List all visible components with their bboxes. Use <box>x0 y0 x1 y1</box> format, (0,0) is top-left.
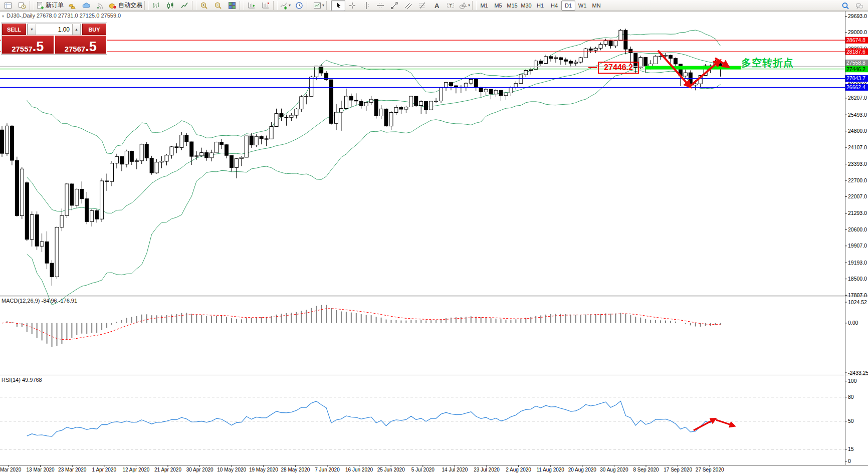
candle-body <box>130 151 133 162</box>
candle-body <box>484 89 488 92</box>
candle-body <box>454 86 458 87</box>
toolbar-button-tiles[interactable] <box>225 0 239 11</box>
toolbar-button-crosshair[interactable] <box>345 0 359 11</box>
toolbar-button-signal[interactable] <box>93 0 107 11</box>
candle-body <box>354 100 358 101</box>
toolbar-button-trendline[interactable] <box>387 0 401 11</box>
macd-values: -84.96 -176.91 <box>41 298 77 304</box>
timeframe-button-d1[interactable]: D1 <box>561 1 575 11</box>
candle-body <box>494 90 498 94</box>
toolbar-button-indicator-add[interactable]: ▾ <box>278 0 292 11</box>
candle-body <box>694 84 697 85</box>
rsi-tick-label: 50 <box>848 418 854 424</box>
price-tick-label: 17807.0 <box>848 292 867 298</box>
shapes-icon <box>459 2 467 10</box>
candle-body <box>50 263 54 277</box>
toolbar-button-zoom-out[interactable] <box>211 0 225 11</box>
date-tick-label: 8 Sep 2020 <box>633 467 659 472</box>
candle-body <box>90 210 94 221</box>
toolbar-button-channel[interactable] <box>401 0 415 11</box>
toolbar-button-shapes[interactable]: ▾ <box>458 0 472 11</box>
candle-body <box>20 169 24 215</box>
candle-body <box>325 73 328 80</box>
toolbar-button-text-a[interactable]: A <box>429 0 444 11</box>
toolbar-button-linechart[interactable] <box>177 0 191 11</box>
toolbar-button-cloud[interactable] <box>79 0 93 11</box>
toolbar-button-candles[interactable] <box>163 0 177 11</box>
price-tick-label: 19907.0 <box>848 243 867 249</box>
toolbar-button-hline[interactable] <box>373 0 387 11</box>
candle-body <box>210 153 213 158</box>
toolbar-button-chart-grid[interactable] <box>1 0 15 11</box>
timeframe-button-w1[interactable]: W1 <box>575 1 589 11</box>
toolbar-button-zoom-in[interactable] <box>197 0 211 11</box>
toolbar-button-market-watch[interactable] <box>15 0 29 11</box>
volume-value[interactable]: 1.00 <box>36 26 72 33</box>
date-tick-label: 11 Aug 2020 <box>536 467 564 472</box>
candle-body <box>524 71 528 75</box>
price-tick-label: 20600.0 <box>848 226 867 232</box>
timeframe-button-m5[interactable]: M5 <box>491 1 505 11</box>
candle-body <box>440 88 443 101</box>
price-tick-label: 22007.0 <box>848 193 867 199</box>
candle-body <box>564 60 567 61</box>
chart-canvas[interactable]: 29693.029000.028307.027614.026900.026207… <box>0 0 868 474</box>
candle-body <box>35 215 39 247</box>
buy-price-display[interactable]: 27567 .5 <box>55 36 107 54</box>
candle-body <box>594 48 597 50</box>
candle-body <box>469 79 473 83</box>
time-axis[interactable]: 3 Mar 202013 Mar 202023 Mar 20201 Apr 20… <box>0 465 724 472</box>
candle-body <box>344 96 348 109</box>
candle-body <box>504 93 508 95</box>
candle-body <box>205 153 208 158</box>
timeframe-button-m1[interactable]: M1 <box>477 1 491 11</box>
toolbar-button-label-t[interactable]: T <box>444 0 458 11</box>
timeframe-button-m15[interactable]: M15 <box>505 1 519 11</box>
toolbar-button-new-order[interactable]: 新订单 <box>35 0 65 11</box>
candle-body <box>684 73 687 76</box>
candle-body <box>245 136 248 157</box>
volume-decrease-button[interactable]: ▼ <box>28 24 36 35</box>
toolbar-button-autoscroll[interactable] <box>245 0 259 11</box>
candle-body <box>479 88 483 92</box>
search-icon <box>841 2 849 10</box>
timeframe-button-h4[interactable]: H4 <box>547 1 561 11</box>
candle-body <box>379 109 383 116</box>
sell-price-display[interactable]: 27557 .5 <box>2 36 54 54</box>
toolbar-button-bars[interactable] <box>149 0 163 11</box>
candle-body <box>250 136 253 145</box>
toolbar-button-gold[interactable] <box>65 0 79 11</box>
toolbar-button-search[interactable] <box>838 1 852 12</box>
toolbar-button-chat[interactable] <box>852 1 866 12</box>
timeframe-button-h1[interactable]: H1 <box>533 1 547 11</box>
candle-body <box>629 49 632 53</box>
cloud-icon <box>82 2 90 10</box>
buy-button[interactable]: BUY <box>82 24 106 35</box>
pivot-price-label[interactable]: 27446.2 <box>598 62 639 74</box>
toolbar-button-shift[interactable] <box>259 0 273 11</box>
timeframe-button-mn[interactable]: MN <box>589 1 603 11</box>
candle-body <box>330 80 333 123</box>
svg-text:T: T <box>450 3 453 8</box>
timeframe-button-m30[interactable]: M30 <box>519 1 533 11</box>
pivot-text-label[interactable]: 多空转折点 <box>741 56 794 70</box>
candle-body <box>554 58 558 59</box>
candle-body <box>409 96 413 107</box>
candle-body <box>110 163 114 182</box>
toolbar-button-layout[interactable]: ▾ <box>312 0 326 11</box>
toolbar-button-fibo[interactable] <box>415 0 429 11</box>
toolbar-separator <box>307 1 311 10</box>
sell-button[interactable]: SELL <box>2 24 26 35</box>
toolbar-button-cursor[interactable] <box>331 0 345 11</box>
toolbar-button-autotrade[interactable]: 自动交易 <box>107 0 144 11</box>
candle-body <box>190 142 193 156</box>
volume-increase-button[interactable]: ▲ <box>72 24 81 35</box>
candle-body <box>305 96 308 97</box>
autoscroll-icon <box>248 2 256 10</box>
toolbar-button-vline[interactable] <box>359 0 373 11</box>
volume-field[interactable]: ▼ 1.00 ▲ <box>27 24 81 35</box>
candle-body <box>160 161 163 162</box>
candle-body <box>474 79 478 88</box>
toolbar-button-clock[interactable] <box>292 0 306 11</box>
candle-body <box>574 62 577 63</box>
